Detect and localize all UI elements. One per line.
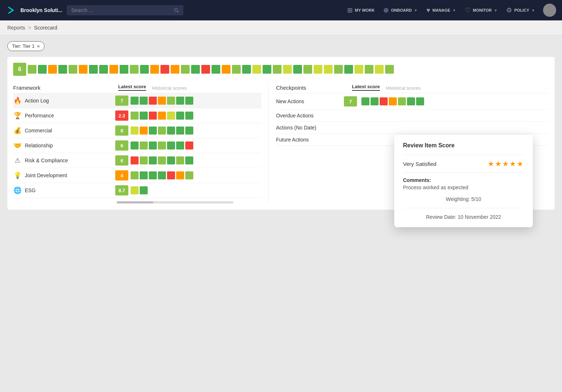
fw-squares xyxy=(131,171,193,179)
my-work-icon: ⊞ xyxy=(347,6,353,14)
fw-name-label: Joint Development xyxy=(25,172,67,178)
cp-square xyxy=(407,97,415,105)
top-square xyxy=(58,65,67,74)
top-square xyxy=(201,65,210,74)
top-color-squares: 6 xyxy=(13,63,549,76)
fw-square xyxy=(185,112,193,120)
fw-square xyxy=(167,141,175,150)
checkpoint-row[interactable]: New Actions7 xyxy=(276,93,549,110)
top-square xyxy=(222,65,230,74)
nav-item-manage[interactable]: ♥ MANAGE ▼ xyxy=(423,4,460,16)
fw-name-label: Risk & Compliance xyxy=(25,158,68,163)
fw-name-label: ESG xyxy=(25,187,36,193)
search-icon xyxy=(174,7,179,13)
fw-score-badge: 8.7 xyxy=(115,185,128,195)
fw-name-cell: 🤝Relationship xyxy=(13,141,115,150)
breadcrumb-separator: > xyxy=(28,25,31,31)
framework-row[interactable]: 🌐ESG8.7 xyxy=(13,183,261,198)
framework-row[interactable]: 💰Commercial8 xyxy=(13,123,261,138)
fw-square xyxy=(149,127,157,135)
satisfaction-row: Very Satisfied ★★★★★ xyxy=(403,159,524,168)
top-square xyxy=(314,65,322,74)
fw-name-cell: 💰Commercial xyxy=(13,127,115,135)
fw-name-label: Relationship xyxy=(25,143,53,148)
cp-square xyxy=(361,97,369,105)
svg-line-1 xyxy=(178,11,179,12)
fw-square xyxy=(176,112,184,120)
tooltip-popup: Review Item Score Very Satisfied ★★★★★ C… xyxy=(394,135,533,227)
fw-icon: 💰 xyxy=(13,127,22,135)
cp-historical-col-header: Historical scores xyxy=(386,85,420,91)
top-square xyxy=(48,65,57,74)
fw-square xyxy=(185,156,193,164)
cp-square xyxy=(398,97,406,105)
cp-square xyxy=(389,97,397,105)
fw-icon: 💡 xyxy=(13,171,22,179)
fw-square xyxy=(176,171,184,179)
scrollbar-area[interactable] xyxy=(13,201,261,204)
tier-filter-tag[interactable]: Tier: Tier 1 × xyxy=(7,41,44,51)
framework-rows: 🔥Action Log7🏆Performance2.3💰Commercial8🤝… xyxy=(13,93,261,198)
fw-square xyxy=(140,127,148,135)
fw-square xyxy=(140,112,148,120)
fw-square xyxy=(158,112,166,120)
top-square xyxy=(344,65,353,74)
fw-square xyxy=(185,127,193,135)
onboard-icon: ⊕ xyxy=(383,6,389,14)
nav-item-monitor[interactable]: ♡ MONITOR ▼ xyxy=(461,4,501,16)
framework-col-header: Framework xyxy=(13,85,115,91)
fw-score-badge: 4 xyxy=(115,170,128,181)
checkpoint-row[interactable]: Actions (No Date) xyxy=(276,122,549,134)
vertical-divider xyxy=(268,82,269,204)
top-square xyxy=(89,65,98,74)
framework-row[interactable]: 🤝Relationship6 xyxy=(13,138,261,153)
fw-square xyxy=(167,127,175,135)
logo-area[interactable]: Brooklyn Soluti... xyxy=(6,4,62,16)
top-navigation: Brooklyn Soluti... ⊞ MY WORK ⊕ ONBOARD ▼… xyxy=(0,0,562,20)
top-square xyxy=(303,65,312,74)
comments-text: Process worked as expected xyxy=(403,185,524,190)
fw-name-cell: 🔥Action Log xyxy=(13,97,115,105)
fw-square xyxy=(158,141,166,150)
fw-square xyxy=(131,156,139,164)
fw-square xyxy=(158,127,166,135)
cp-square xyxy=(380,97,388,105)
top-square xyxy=(354,65,363,74)
fw-square xyxy=(176,141,184,150)
search-box[interactable] xyxy=(67,5,183,15)
nav-item-my-work[interactable]: ⊞ MY WORK xyxy=(344,4,378,16)
fw-square xyxy=(131,97,139,105)
tier-filter-close[interactable]: × xyxy=(37,43,40,49)
top-square xyxy=(109,65,118,74)
scrollbar-track xyxy=(117,201,233,203)
breadcrumb-parent[interactable]: Reports xyxy=(7,25,25,31)
top-square xyxy=(191,65,200,74)
fw-icon: ⚠ xyxy=(13,156,22,164)
fw-score-badge: 6 xyxy=(115,155,128,166)
checkpoint-row[interactable]: Overdue Actions xyxy=(276,110,549,122)
top-square xyxy=(171,65,179,74)
user-avatar[interactable] xyxy=(543,4,556,17)
policy-icon: ⚙ xyxy=(506,6,512,14)
search-input[interactable] xyxy=(71,7,171,13)
fw-square xyxy=(185,171,193,179)
fw-name-label: Performance xyxy=(25,113,54,119)
comments-label: Comments: xyxy=(403,177,524,183)
framework-row[interactable]: ⚠Risk & Compliance6 xyxy=(13,153,261,168)
fw-square xyxy=(131,141,139,150)
fw-square xyxy=(131,186,139,194)
nav-item-onboard[interactable]: ⊕ ONBOARD ▼ xyxy=(380,4,421,16)
top-square xyxy=(324,65,333,74)
top-square xyxy=(99,65,108,74)
framework-row[interactable]: 🔥Action Log7 xyxy=(13,93,261,108)
fw-square xyxy=(149,156,157,164)
framework-row[interactable]: 💡Joint Development4 xyxy=(13,168,261,183)
satisfaction-label: Very Satisfied xyxy=(403,161,437,167)
top-square xyxy=(140,65,149,74)
cp-score-badge: 7 xyxy=(344,96,357,106)
nav-item-policy[interactable]: ⚙ POLICY ▼ xyxy=(503,4,539,16)
fw-squares xyxy=(131,186,148,194)
fw-squares xyxy=(131,127,193,135)
fw-square xyxy=(140,186,148,194)
framework-row[interactable]: 🏆Performance2.3 xyxy=(13,108,261,123)
